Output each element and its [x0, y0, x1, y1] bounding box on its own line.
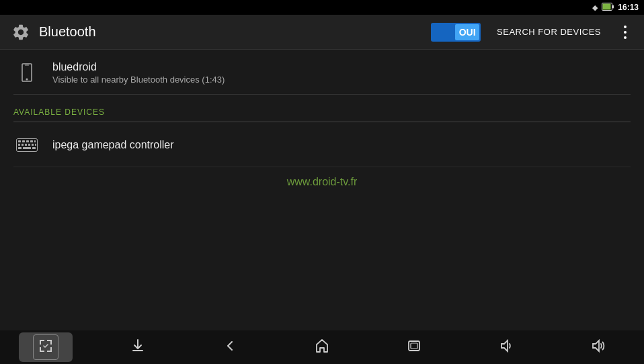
- device-name: bluedroid: [52, 61, 225, 73]
- battery-icon: [602, 3, 614, 12]
- svg-rect-10: [34, 140, 36, 142]
- svg-rect-19: [32, 147, 36, 149]
- toggle-switch[interactable]: OUI: [431, 23, 481, 42]
- svg-rect-13: [25, 144, 27, 146]
- page-title: Bluetooth: [39, 24, 431, 40]
- device-info-text: bluedroid Visible to all nearby Bluetoot…: [52, 61, 225, 85]
- device-info-row: bluedroid Visible to all nearby Bluetoot…: [13, 50, 631, 95]
- settings-icon: [8, 19, 34, 45]
- screenshot-icon: [33, 334, 58, 360]
- action-bar: Bluetooth OUI SEARCH FOR DEVICES: [0, 15, 644, 50]
- recents-button[interactable]: [387, 332, 441, 362]
- svg-rect-6: [18, 140, 21, 142]
- svg-rect-16: [35, 144, 36, 146]
- download-icon: [130, 338, 146, 357]
- svg-rect-18: [23, 147, 31, 149]
- keyboard-icon: [13, 132, 40, 158]
- svg-rect-23: [50, 340, 52, 345]
- svg-rect-7: [22, 140, 25, 142]
- home-button[interactable]: [295, 332, 349, 362]
- svg-rect-14: [28, 144, 30, 146]
- toggle-label: OUI: [459, 27, 476, 38]
- svg-rect-27: [50, 347, 52, 352]
- bluetooth-status-icon: ◆: [592, 3, 598, 12]
- svg-rect-2: [612, 5, 614, 9]
- download-button[interactable]: [111, 332, 165, 362]
- svg-rect-21: [40, 340, 41, 345]
- volume-down-button[interactable]: [479, 332, 533, 362]
- device-visible-text: Visible to all nearby Bluetooth devices …: [52, 75, 225, 85]
- svg-rect-12: [22, 144, 24, 146]
- list-item[interactable]: ipega gamepad controller: [13, 124, 631, 167]
- volume-up-icon: [590, 338, 606, 357]
- svg-rect-1: [603, 4, 611, 10]
- navigation-bar: [0, 330, 644, 364]
- time-display: 16:13: [618, 3, 639, 12]
- svg-rect-25: [40, 347, 41, 352]
- svg-rect-4: [25, 65, 29, 66]
- svg-rect-11: [18, 144, 20, 146]
- device-item-name: ipega gamepad controller: [52, 139, 174, 151]
- svg-point-3: [26, 79, 28, 81]
- recents-icon: [406, 338, 422, 357]
- svg-rect-17: [18, 147, 22, 149]
- svg-rect-15: [32, 144, 34, 146]
- bluetooth-toggle[interactable]: OUI: [431, 23, 481, 42]
- section-label: AVAILABLE DEVICES: [13, 107, 105, 117]
- available-devices-section-header: AVAILABLE DEVICES: [13, 95, 631, 122]
- device-list: ipega gamepad controller: [13, 122, 631, 167]
- search-for-devices-button[interactable]: SEARCH FOR DEVICES: [489, 27, 609, 37]
- svg-rect-9: [30, 140, 33, 142]
- overflow-dots-icon: [624, 26, 627, 39]
- phone-icon: [13, 59, 40, 86]
- volume-up-button[interactable]: [571, 332, 625, 362]
- svg-rect-8: [26, 140, 29, 142]
- volume-down-icon: [498, 338, 514, 357]
- toggle-thumb: OUI: [455, 24, 479, 40]
- main-content: bluedroid Visible to all nearby Bluetoot…: [0, 50, 644, 330]
- back-icon: [222, 338, 238, 357]
- home-icon: [314, 338, 330, 357]
- screenshot-button[interactable]: [19, 332, 73, 362]
- svg-rect-29: [411, 343, 417, 349]
- overflow-menu-button[interactable]: [614, 21, 636, 43]
- back-button[interactable]: [203, 332, 257, 362]
- status-bar: ◆ 16:13: [0, 0, 644, 15]
